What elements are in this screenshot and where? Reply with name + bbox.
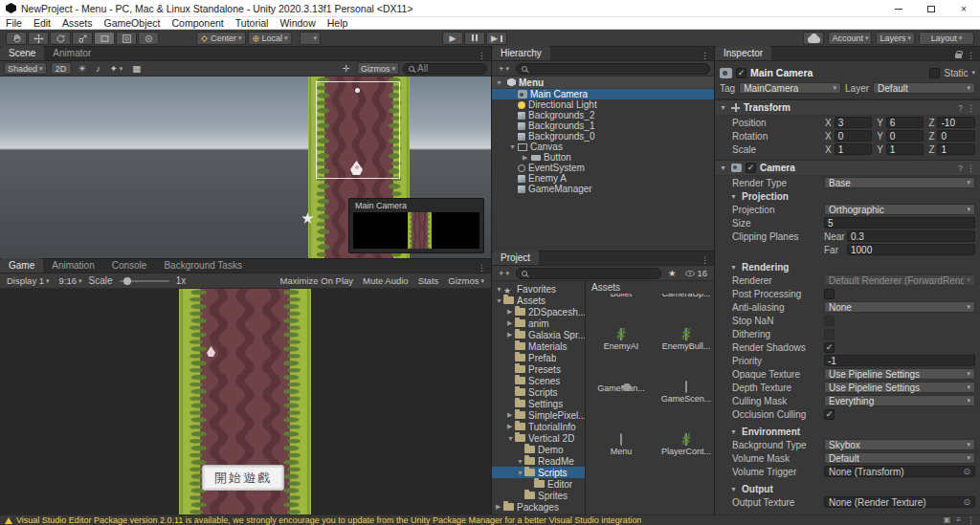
- rect-tool-button[interactable]: [94, 32, 115, 45]
- help-icon[interactable]: ?: [958, 164, 963, 173]
- panel-tab[interactable]: Scene: [0, 46, 44, 60]
- pivot-toggle-button[interactable]: Center▾: [196, 32, 246, 45]
- value-checkbox[interactable]: ✓: [824, 342, 835, 353]
- move-tool-button[interactable]: [28, 32, 49, 45]
- hidden-packages-toggle[interactable]: 16: [682, 268, 710, 278]
- asset-item[interactable]: Menu: [591, 434, 651, 481]
- collab-cloud-button[interactable]: [803, 32, 824, 45]
- kebab-icon[interactable]: ⋮: [478, 51, 486, 60]
- menu-item[interactable]: Assets: [56, 17, 99, 30]
- y-field[interactable]: 6: [886, 117, 924, 128]
- expand-arrow[interactable]: ▼: [496, 79, 504, 86]
- panel-tab[interactable]: Hierarchy: [492, 46, 550, 60]
- component-enabled-checkbox[interactable]: ✓: [746, 163, 756, 173]
- display-dropdown[interactable]: Display 1▾: [4, 275, 53, 286]
- x-field[interactable]: 1: [835, 143, 873, 155]
- value-dropdown[interactable]: Use Pipeline Settings▾: [824, 368, 975, 380]
- value-dropdown[interactable]: Use Pipeline Settings▾: [824, 382, 975, 393]
- value-field[interactable]: 1000: [847, 244, 975, 255]
- hierarchy-item[interactable]: Backgrounds_0: [492, 131, 714, 142]
- 2d-toggle-button[interactable]: 2D: [51, 62, 72, 75]
- active-checkbox[interactable]: ✓: [736, 68, 746, 78]
- scale-tool-button[interactable]: [72, 32, 93, 45]
- panel-tab[interactable]: Background Tasks: [155, 258, 251, 273]
- environment-section-header[interactable]: ▼Environment: [715, 425, 980, 438]
- folder-item[interactable]: Demo: [492, 444, 585, 455]
- kebab-icon[interactable]: ⋮: [967, 51, 975, 60]
- z-field[interactable]: 1: [937, 143, 975, 155]
- layers-dropdown[interactable]: Layers▾: [876, 32, 915, 45]
- console-icon[interactable]: ≡: [956, 515, 961, 525]
- kebab-icon[interactable]: ⋮: [701, 51, 709, 60]
- kebab-icon[interactable]: ⋮: [478, 263, 486, 273]
- minimize-button[interactable]: [882, 0, 915, 17]
- expand-arrow[interactable]: ▼: [496, 297, 503, 304]
- value-field[interactable]: 5: [824, 217, 975, 229]
- kebab-icon[interactable]: ⋮: [701, 255, 709, 265]
- hierarchy-item[interactable]: Enemy A: [492, 173, 714, 184]
- value-dropdown[interactable]: Skybox▾: [824, 439, 975, 450]
- asset-item[interactable]: GameScen...: [657, 382, 714, 428]
- hierarchy-item[interactable]: Backgrounds_1: [492, 120, 714, 131]
- custom-tool-button[interactable]: [138, 32, 159, 45]
- folder-item[interactable]: Materials: [492, 340, 585, 352]
- folder-item[interactable]: Scripts: [492, 386, 585, 398]
- menu-item[interactable]: Tutorial: [230, 17, 275, 30]
- aspect-dropdown[interactable]: 9:16▾: [56, 275, 85, 286]
- layer-dropdown[interactable]: Default▾: [873, 82, 975, 94]
- foldout-arrow[interactable]: ▼: [720, 164, 727, 171]
- expand-arrow[interactable]: ▼: [507, 435, 515, 442]
- value-checkbox[interactable]: ✓: [824, 409, 835, 420]
- folder-item[interactable]: ▶ 2DSpacesh...: [492, 306, 585, 317]
- expand-arrow[interactable]: ▼: [517, 470, 524, 476]
- folder-item[interactable]: Settings: [492, 398, 585, 409]
- stats-toggle[interactable]: Stats: [415, 275, 442, 286]
- scene-audio-toggle[interactable]: ♪: [93, 63, 103, 74]
- asset-item[interactable]: Bullet: [591, 294, 651, 323]
- expand-arrow[interactable]: ▶: [507, 423, 515, 430]
- folder-item[interactable]: ▶ Galaxia Spr...: [492, 329, 585, 340]
- layout-dropdown[interactable]: Layout▾: [919, 32, 974, 45]
- folder-item[interactable]: Scenes: [492, 375, 585, 386]
- help-icon[interactable]: ?: [958, 103, 963, 113]
- folder-item[interactable]: ▼ Favorites: [492, 283, 585, 295]
- folder-item[interactable]: Prefab: [492, 352, 585, 363]
- y-field[interactable]: 0: [886, 130, 924, 142]
- value-dropdown[interactable]: Orthographic▾: [824, 204, 975, 215]
- expand-arrow[interactable]: ▼: [517, 458, 524, 465]
- menu-item[interactable]: GameObject: [99, 17, 167, 30]
- x-field[interactable]: 0: [835, 130, 873, 142]
- z-field[interactable]: 0: [937, 130, 975, 142]
- object-picker-icon[interactable]: ⊙: [963, 467, 970, 476]
- mute-audio-toggle[interactable]: Mute Audio: [360, 275, 412, 286]
- expand-arrow[interactable]: ▶: [507, 308, 515, 316]
- folder-item[interactable]: ▶ SimplePixel...: [492, 409, 585, 421]
- folder-item[interactable]: ▼ Vertical 2D: [492, 432, 585, 444]
- slider-thumb[interactable]: [123, 277, 131, 285]
- value-dropdown[interactable]: Default Renderer (ForwardRenderer)▾: [824, 274, 975, 286]
- grid-snap-button[interactable]: ▾: [300, 32, 321, 45]
- value-field[interactable]: 0.3: [847, 230, 975, 242]
- hierarchy-item[interactable]: Directional Light: [492, 99, 714, 110]
- hierarchy-item[interactable]: ▼ Canvas: [492, 142, 714, 152]
- panel-tab[interactable]: Animation: [43, 258, 102, 273]
- pause-button[interactable]: [464, 32, 485, 45]
- activity-icon[interactable]: ▣: [944, 515, 951, 525]
- scene-effects-dropdown[interactable]: ✦▾: [107, 63, 125, 74]
- panel-tab[interactable]: Project: [492, 251, 539, 265]
- object-field[interactable]: None (Render Texture)⊙: [824, 496, 975, 508]
- object-picker-icon[interactable]: ⊙: [963, 497, 970, 507]
- hand-tool-button[interactable]: [6, 32, 27, 45]
- panel-tab[interactable]: Inspector: [715, 46, 771, 60]
- hierarchy-item[interactable]: GameManager: [492, 184, 714, 194]
- static-dropdown-caret[interactable]: ▾: [971, 69, 975, 77]
- value-dropdown[interactable]: Default▾: [824, 452, 975, 464]
- kebab-icon[interactable]: ⋮: [967, 164, 975, 173]
- folder-item[interactable]: ▶ TutorialInfo: [492, 421, 585, 432]
- kebab-icon[interactable]: ⋮: [967, 103, 975, 113]
- lock-icon[interactable]: [955, 54, 962, 58]
- scene-camera-settings-button[interactable]: ✛: [340, 63, 353, 74]
- maximize-button[interactable]: [915, 0, 947, 17]
- create-asset-button[interactable]: +▾: [496, 268, 512, 278]
- expand-arrow[interactable]: ▶: [523, 154, 531, 162]
